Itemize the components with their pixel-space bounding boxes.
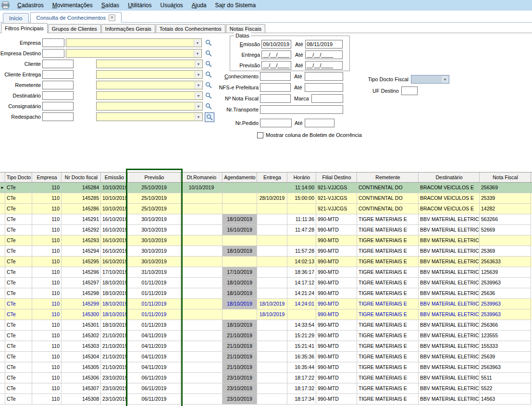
col-header-empresa[interactable]: Empresa (32, 172, 62, 182)
col-header-filial-destino[interactable]: Filial Destino (316, 172, 357, 182)
col-header-nota-fiscal[interactable]: Nota Fiscal (480, 172, 531, 182)
cell-destinatario: BBV MATERIAL ELETRICO (419, 246, 480, 257)
col-header-entrega[interactable]: Entrega (257, 172, 287, 182)
col-header-agendamento[interactable]: Agendamento (223, 172, 257, 182)
cell-nr-docto-fiscal: 145296 (62, 267, 101, 278)
cell-nota-fiscal: 155333 (480, 341, 531, 352)
cell-horario: 16:35:36 (287, 352, 316, 362)
tab-filtros-principais[interactable]: Filtros Principais (1, 23, 48, 33)
row-selector (0, 278, 5, 288)
cell-nota-fiscal: 256369 (480, 183, 531, 193)
cell-agendamento: 18/10/2019 (223, 246, 257, 257)
grid-row[interactable]: CTe11014530321/10/201904/11/201921/10/20… (0, 341, 532, 352)
cell-agendamento (223, 183, 257, 193)
grid-row[interactable]: CTe11014529216/10/201930/10/201916/10/20… (0, 225, 532, 235)
uf-destino-input[interactable] (401, 86, 418, 95)
grid-row[interactable]: CTe11014529617/10/201931/10/201917/10/20… (0, 267, 532, 278)
cell-nr-docto-fiscal: 145292 (62, 225, 101, 235)
nr-transporte-input[interactable] (260, 105, 343, 114)
tipo-docto-fiscal-combo[interactable]: ▼ (411, 75, 449, 84)
entrega-from-input[interactable]: __/__/____ (261, 50, 291, 59)
col-header-previsao[interactable]: Previsão (128, 172, 181, 182)
cell-horario: 14:24:01 (287, 299, 316, 309)
cell-tipo-docto: CTe (5, 299, 32, 309)
cliente-combo[interactable]: ▼ (96, 60, 203, 68)
cell-horario: 11:57:28 (287, 246, 316, 257)
row-selector (0, 383, 5, 394)
previsao-to-input[interactable]: __/__/____ (305, 61, 343, 70)
cliente-code-input[interactable] (42, 60, 74, 68)
col-header-destinatario[interactable]: Destinatário (419, 172, 480, 182)
boletim-checkbox[interactable] (257, 132, 263, 138)
grid-row[interactable]: CTe11014530118/10/201901/11/201918/10/20… (0, 320, 532, 331)
cell-empresa: 110 (32, 246, 62, 257)
col-header-horario[interactable]: Horário (287, 172, 316, 182)
grid-row[interactable]: CTe11014528510/10/201925/10/201928/10/20… (0, 193, 532, 204)
cell-dt-romaneio (181, 225, 223, 235)
empresa-destino-search-icon[interactable] (205, 50, 213, 58)
emissao-to-input[interactable]: 08/11/2019 (305, 40, 343, 49)
grid-row[interactable]: CTe11014530221/10/201904/11/201921/10/20… (0, 331, 532, 341)
grid-row[interactable]: CTe11014530823/10/201906/11/201923/10/20… (0, 394, 532, 405)
cell-nota-fiscal: 2539963 (480, 278, 531, 288)
grid-row[interactable]: CTe11014530521/10/201904/11/201921/10/20… (0, 362, 532, 373)
cell-destinatario: BBV MATERIAL ELETRICO (419, 320, 480, 331)
grid-row[interactable]: CTe11014530623/10/201906/11/201923/10/20… (0, 373, 532, 383)
grid-row[interactable]: CTe11014529416/10/201930/10/201918/10/20… (0, 246, 532, 257)
cell-tipo-docto: CTe (5, 394, 32, 405)
nr-pedido-input[interactable] (260, 119, 292, 127)
cell-tipo-docto: CTe (5, 331, 32, 341)
grid-row[interactable]: CTe11014529316/10/201930/10/2019990-MTDT… (0, 235, 532, 246)
col-header-nr-docto-fiscal[interactable]: Nr Docto fiscal (62, 172, 101, 182)
empresa-combo[interactable]: ▼ (66, 38, 202, 47)
nr-pedido-ate-input[interactable] (305, 119, 334, 127)
empresa-destino-combo[interactable]: ▼ (66, 49, 202, 58)
nr-transporte-field-row: Nr.Transporte (0, 105, 532, 115)
grid-row[interactable]: ►CTe11014528410/10/201925/10/201910/10/2… (0, 183, 532, 193)
cliente-search-icon[interactable] (205, 61, 213, 68)
grid-row[interactable]: CTe11014529718/10/201901/11/201918/10/20… (0, 278, 532, 288)
grid-row[interactable]: CTe11014529818/10/201901/11/201918/10/20… (0, 288, 532, 299)
grid-row[interactable]: CTe11014528610/10/201925/10/2019921-VJJC… (0, 204, 532, 214)
row-selector (0, 193, 5, 204)
col-header-tipo-docto[interactable]: Tipo Docto (5, 172, 32, 182)
entrega-to-input[interactable]: __/__/____ (305, 50, 343, 59)
cell-filial-destino: 990-MTD (316, 288, 357, 299)
cell-remetente: TIGRE MATERIAIS E (357, 309, 419, 320)
empresa-destino-code-input[interactable] (42, 49, 64, 58)
previsao-from-input[interactable]: __/__/____ (261, 61, 291, 70)
col-header-label: Empresa (37, 174, 57, 180)
grid-row[interactable]: CTe11014530723/10/201906/11/201923/10/20… (0, 383, 532, 394)
empresa-label: Empresa (0, 38, 41, 47)
chevron-down-icon: ▼ (441, 76, 448, 83)
col-header-selector[interactable] (0, 172, 5, 182)
col-header-emissao[interactable]: Emissão (101, 172, 128, 182)
cell-emissao: 16/10/2019 (101, 214, 128, 225)
cell-emissao: 16/10/2019 (101, 225, 128, 235)
cell-remetente: CONTINENTAL DO (357, 193, 419, 204)
empresa-code-input[interactable] (42, 38, 64, 47)
cell-empresa: 110 (32, 278, 62, 288)
row-selector (0, 288, 5, 299)
grid-row[interactable]: CTe11014529516/10/201930/10/201914:02:13… (0, 257, 532, 267)
grid-row[interactable]: CTe11014530018/10/201901/11/201918/10/20… (0, 309, 532, 320)
cell-emissao: 10/10/2019 (101, 183, 128, 193)
cell-tipo-docto: CTe (5, 341, 32, 352)
empresa-search-icon[interactable] (205, 39, 213, 47)
grid-row[interactable]: CTe11014529116/10/201930/10/201918/10/20… (0, 214, 532, 225)
cell-tipo-docto: CTe (5, 235, 32, 246)
grid-row[interactable]: CTe11014530421/10/201904/11/201921/10/20… (0, 352, 532, 362)
grid-row[interactable]: CTe11014529918/10/201901/11/201918/10/20… (0, 299, 532, 309)
cell-remetente: TIGRE MATERIAIS E (357, 383, 419, 394)
filter-row-cliente: Cliente▼ (0, 60, 226, 69)
col-header-dt-romaneio[interactable]: Dt.Romaneio (181, 172, 223, 182)
col-header-remetente[interactable]: Remetente (357, 172, 419, 182)
row-selector (0, 214, 5, 225)
cell-dt-romaneio (181, 383, 223, 394)
cell-destinatario: BBV MATERIAL ELETRICO (419, 225, 480, 235)
emissao-from-input[interactable]: 09/10/2019 (261, 40, 291, 49)
cell-entrega (257, 204, 287, 214)
cell-previsao: 01/11/2019 (128, 299, 181, 309)
cell-emissao: 23/10/2019 (101, 394, 128, 405)
cell-entrega (257, 278, 287, 288)
